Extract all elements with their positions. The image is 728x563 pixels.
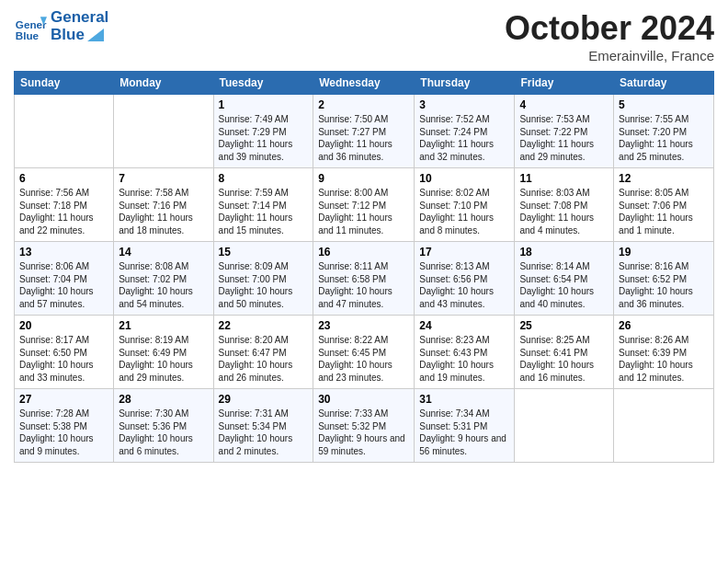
day-info: Sunrise: 7:34 AMSunset: 5:31 PMDaylight:… [419,408,506,456]
calendar-cell: 17Sunrise: 8:13 AMSunset: 6:56 PMDayligh… [415,242,515,316]
day-info: Sunrise: 7:53 AMSunset: 7:22 PMDaylight:… [519,114,594,162]
day-info: Sunrise: 7:49 AMSunset: 7:29 PMDaylight:… [219,114,293,162]
col-header-wednesday: Wednesday [313,72,415,95]
day-info: Sunrise: 7:33 AMSunset: 5:32 PMDaylight:… [318,408,405,456]
day-number: 27 [19,393,108,406]
day-number: 17 [419,246,509,259]
day-number: 8 [219,172,309,185]
day-number: 9 [318,172,409,185]
calendar-cell: 20Sunrise: 8:17 AMSunset: 6:50 PMDayligh… [15,316,114,389]
calendar-cell: 4Sunrise: 7:53 AMSunset: 7:22 PMDaylight… [515,95,614,168]
day-number: 28 [119,393,208,406]
calendar-cell: 24Sunrise: 8:23 AMSunset: 6:43 PMDayligh… [415,316,515,389]
calendar-cell: 15Sunrise: 8:09 AMSunset: 7:00 PMDayligh… [213,242,313,316]
calendar-cell: 12Sunrise: 8:05 AMSunset: 7:06 PMDayligh… [614,168,714,242]
calendar-cell [15,95,114,168]
calendar-cell: 23Sunrise: 8:22 AMSunset: 6:45 PMDayligh… [313,316,415,389]
calendar-cell: 30Sunrise: 7:33 AMSunset: 5:32 PMDayligh… [313,389,415,463]
day-info: Sunrise: 8:08 AMSunset: 7:02 PMDaylight:… [119,261,193,309]
week-row-3: 13Sunrise: 8:06 AMSunset: 7:04 PMDayligh… [15,242,714,316]
day-number: 10 [419,172,509,185]
calendar-cell: 10Sunrise: 8:02 AMSunset: 7:10 PMDayligh… [415,168,515,242]
week-row-1: 1Sunrise: 7:49 AMSunset: 7:29 PMDaylight… [15,95,714,168]
day-number: 11 [519,172,609,185]
page-header: General Blue General Blue October 2024 E… [14,9,714,63]
svg-marker-3 [87,29,104,41]
day-number: 18 [519,246,609,259]
calendar-cell: 7Sunrise: 7:58 AMSunset: 7:16 PMDaylight… [114,168,213,242]
day-number: 21 [119,319,208,332]
month-title: October 2024 [505,9,714,48]
day-number: 5 [619,98,709,111]
calendar-cell: 18Sunrise: 8:14 AMSunset: 6:54 PMDayligh… [515,242,614,316]
calendar-cell: 21Sunrise: 8:19 AMSunset: 6:49 PMDayligh… [114,316,213,389]
day-info: Sunrise: 7:50 AMSunset: 7:27 PMDaylight:… [318,114,392,162]
calendar-cell: 19Sunrise: 8:16 AMSunset: 6:52 PMDayligh… [614,242,714,316]
day-info: Sunrise: 7:31 AMSunset: 5:34 PMDaylight:… [219,408,293,456]
col-header-sunday: Sunday [15,72,114,95]
day-number: 22 [219,319,309,332]
day-info: Sunrise: 7:52 AMSunset: 7:24 PMDaylight:… [419,114,494,162]
calendar-cell: 5Sunrise: 7:55 AMSunset: 7:20 PMDaylight… [614,95,714,168]
day-number: 14 [119,246,208,259]
col-header-saturday: Saturday [614,72,714,95]
day-info: Sunrise: 8:25 AMSunset: 6:41 PMDaylight:… [519,335,594,383]
day-number: 16 [318,246,409,259]
calendar-cell: 28Sunrise: 7:30 AMSunset: 5:36 PMDayligh… [114,389,213,463]
calendar-cell: 8Sunrise: 7:59 AMSunset: 7:14 PMDaylight… [213,168,313,242]
day-number: 30 [318,393,409,406]
day-number: 13 [19,246,108,259]
day-number: 3 [419,98,509,111]
calendar-cell: 22Sunrise: 8:20 AMSunset: 6:47 PMDayligh… [213,316,313,389]
day-number: 25 [519,319,609,332]
day-info: Sunrise: 8:23 AMSunset: 6:43 PMDaylight:… [419,335,494,383]
calendar-cell: 14Sunrise: 8:08 AMSunset: 7:02 PMDayligh… [114,242,213,316]
title-block: October 2024 Emerainville, France [505,9,714,63]
day-number: 26 [619,319,709,332]
calendar-cell: 11Sunrise: 8:03 AMSunset: 7:08 PMDayligh… [515,168,614,242]
day-number: 24 [419,319,509,332]
day-number: 6 [19,172,108,185]
day-number: 15 [219,246,309,259]
col-header-friday: Friday [515,72,614,95]
day-info: Sunrise: 8:20 AMSunset: 6:47 PMDaylight:… [219,335,293,383]
day-info: Sunrise: 7:30 AMSunset: 5:36 PMDaylight:… [119,408,193,456]
day-number: 1 [219,98,309,111]
day-number: 20 [19,319,108,332]
calendar-cell: 27Sunrise: 7:28 AMSunset: 5:38 PMDayligh… [15,389,114,463]
location: Emerainville, France [505,48,714,63]
day-number: 23 [318,319,409,332]
day-info: Sunrise: 7:56 AMSunset: 7:18 PMDaylight:… [19,188,94,236]
week-row-5: 27Sunrise: 7:28 AMSunset: 5:38 PMDayligh… [15,389,714,463]
day-info: Sunrise: 8:19 AMSunset: 6:49 PMDaylight:… [119,335,193,383]
day-info: Sunrise: 8:14 AMSunset: 6:54 PMDaylight:… [519,261,594,309]
svg-text:Blue: Blue [16,29,40,40]
calendar-cell: 25Sunrise: 8:25 AMSunset: 6:41 PMDayligh… [515,316,614,389]
day-info: Sunrise: 8:13 AMSunset: 6:56 PMDaylight:… [419,261,494,309]
calendar-cell [515,389,614,463]
week-row-2: 6Sunrise: 7:56 AMSunset: 7:18 PMDaylight… [15,168,714,242]
calendar-header-row: SundayMondayTuesdayWednesdayThursdayFrid… [15,72,714,95]
calendar-cell: 9Sunrise: 8:00 AMSunset: 7:12 PMDaylight… [313,168,415,242]
calendar-cell: 31Sunrise: 7:34 AMSunset: 5:31 PMDayligh… [415,389,515,463]
logo-general: General [51,9,108,27]
day-info: Sunrise: 8:03 AMSunset: 7:08 PMDaylight:… [519,188,594,236]
day-number: 2 [318,98,409,111]
day-info: Sunrise: 8:05 AMSunset: 7:06 PMDaylight:… [619,188,693,236]
logo-blue: Blue [51,27,108,44]
day-number: 29 [219,393,309,406]
calendar-cell: 3Sunrise: 7:52 AMSunset: 7:24 PMDaylight… [415,95,515,168]
logo: General Blue General Blue [14,9,108,43]
day-info: Sunrise: 7:28 AMSunset: 5:38 PMDaylight:… [19,408,94,456]
day-info: Sunrise: 8:26 AMSunset: 6:39 PMDaylight:… [619,335,693,383]
day-info: Sunrise: 8:02 AMSunset: 7:10 PMDaylight:… [419,188,494,236]
col-header-monday: Monday [114,72,213,95]
day-info: Sunrise: 8:11 AMSunset: 6:58 PMDaylight:… [318,261,392,309]
day-number: 7 [119,172,208,185]
week-row-4: 20Sunrise: 8:17 AMSunset: 6:50 PMDayligh… [15,316,714,389]
calendar-cell: 1Sunrise: 7:49 AMSunset: 7:29 PMDaylight… [213,95,313,168]
day-info: Sunrise: 8:16 AMSunset: 6:52 PMDaylight:… [619,261,693,309]
col-header-thursday: Thursday [415,72,515,95]
day-info: Sunrise: 8:22 AMSunset: 6:45 PMDaylight:… [318,335,392,383]
calendar-cell [614,389,714,463]
